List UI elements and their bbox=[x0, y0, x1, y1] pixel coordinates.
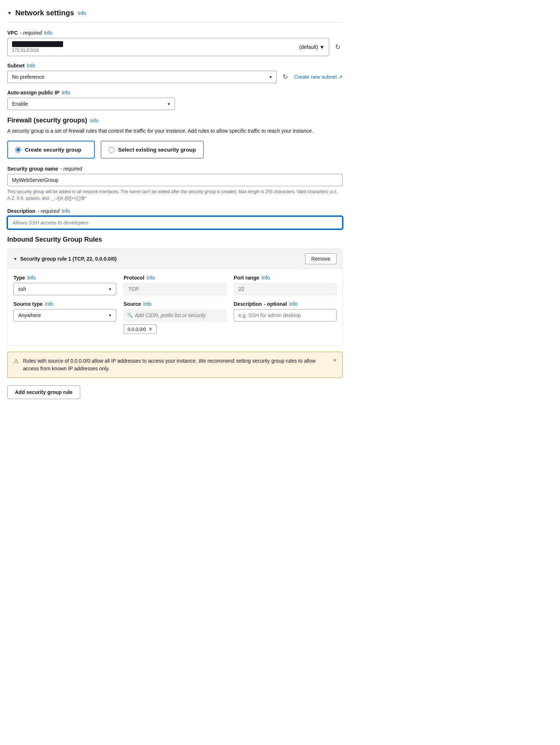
warning-banner: ⚠ Rules with source of 0.0.0.0/0 allow a… bbox=[7, 352, 343, 378]
rule-1-accordion: ▼ Security group rule 1 (TCP, 22, 0.0.0.… bbox=[7, 249, 343, 346]
auto-assign-ip-info-link[interactable]: Info bbox=[62, 90, 70, 95]
rule-description-info-link[interactable]: Info bbox=[289, 301, 298, 307]
warning-icon: ⚠ bbox=[13, 358, 19, 364]
external-link-icon: ↗ bbox=[338, 74, 343, 80]
source-type-select[interactable]: Anywhere bbox=[13, 309, 116, 321]
rule-1-row-1: Type Info ssh ▼ Protocol Info bbox=[13, 275, 337, 295]
rule-1-chevron-icon: ▼ bbox=[13, 257, 17, 261]
source-input[interactable] bbox=[124, 309, 226, 321]
rule-1-remove-button[interactable]: Remove bbox=[305, 253, 337, 264]
create-security-group-radio[interactable] bbox=[15, 147, 21, 153]
sg-name-field-group: Security group name - required This secu… bbox=[7, 166, 343, 202]
sg-description-label: Description - required Info bbox=[7, 208, 343, 214]
type-select[interactable]: ssh bbox=[13, 283, 116, 295]
create-subnet-link[interactable]: Create new subnet ↗ bbox=[294, 74, 343, 80]
section-header: ▼ Network settings Info bbox=[7, 9, 343, 23]
section-chevron-icon: ▼ bbox=[7, 11, 12, 16]
vpc-label: VPC - required Info bbox=[7, 30, 343, 36]
cidr-tag-1: 0.0.0.0/0 ✕ bbox=[124, 324, 157, 334]
type-select-wrapper: ssh ▼ bbox=[13, 283, 116, 295]
vpc-select-row: 172.31.0.0/16 (default) ▼ ↻ bbox=[7, 38, 343, 56]
rule-1-source-type-field: Source type Info Anywhere ▼ bbox=[13, 301, 116, 334]
cidr-tags: 0.0.0.0/0 ✕ bbox=[124, 324, 226, 334]
subnet-refresh-button[interactable]: ↻ bbox=[280, 71, 290, 83]
source-info-link[interactable]: Info bbox=[143, 301, 151, 307]
vpc-refresh-button[interactable]: ↻ bbox=[333, 41, 343, 53]
type-info-link[interactable]: Info bbox=[27, 275, 36, 281]
vpc-info-link[interactable]: Info bbox=[44, 30, 52, 36]
section-title: Network settings bbox=[15, 9, 74, 17]
auto-assign-ip-select[interactable]: Enable bbox=[7, 98, 175, 110]
firewall-section: Firewall (security groups) Info A securi… bbox=[7, 117, 343, 159]
rule-1-row-2: Source type Info Anywhere ▼ Source Info bbox=[13, 301, 337, 334]
sg-name-helper-text: This security group will be added to all… bbox=[7, 188, 343, 202]
sg-description-field-group: Description - required Info bbox=[7, 208, 343, 229]
rule-1-header-text: Security group rule 1 (TCP, 22, 0.0.0.0/… bbox=[20, 256, 117, 262]
vpc-name-masked bbox=[12, 41, 63, 47]
rule-1-protocol-field: Protocol Info bbox=[124, 275, 226, 295]
source-search-icon: 🔍 bbox=[127, 313, 133, 318]
add-security-group-rule-button[interactable]: Add security group rule bbox=[7, 385, 80, 399]
sg-name-input[interactable] bbox=[7, 174, 343, 186]
rule-1-optional-description-field: Description - optional Info bbox=[234, 301, 337, 334]
auto-assign-ip-select-wrapper: Enable ▼ bbox=[7, 98, 175, 110]
port-range-input bbox=[234, 283, 337, 295]
inbound-rules-title: Inbound Security Group Rules bbox=[7, 236, 343, 243]
source-type-info-link[interactable]: Info bbox=[45, 301, 53, 307]
vpc-cidr: 172.31.0.0/16 bbox=[12, 48, 63, 53]
cidr-tag-remove-button[interactable]: ✕ bbox=[148, 326, 153, 332]
create-security-group-option[interactable]: Create security group bbox=[7, 141, 95, 159]
subnet-label: Subnet Info bbox=[7, 63, 343, 69]
vpc-default-badge: (default) ▼ bbox=[299, 44, 324, 50]
rule-1-header: ▼ Security group rule 1 (TCP, 22, 0.0.0.… bbox=[8, 249, 342, 269]
rule-description-input[interactable] bbox=[234, 309, 337, 321]
warning-close-button[interactable]: × bbox=[333, 357, 337, 364]
port-range-info-link[interactable]: Info bbox=[261, 275, 270, 281]
source-type-select-wrapper: Anywhere ▼ bbox=[13, 309, 116, 321]
sg-description-input[interactable] bbox=[7, 216, 343, 229]
subnet-field-group: Subnet Info No preference ▼ ↻ Create new… bbox=[7, 63, 343, 83]
subnet-select-row: No preference ▼ ↻ Create new subnet ↗ bbox=[7, 71, 343, 83]
existing-security-group-radio[interactable] bbox=[109, 147, 114, 153]
warning-text: Rules with source of 0.0.0.0/0 allow all… bbox=[23, 357, 329, 372]
sg-name-label: Security group name - required bbox=[7, 166, 343, 172]
firewall-description: A security group is a set of firewall ru… bbox=[7, 127, 343, 135]
subnet-select[interactable]: No preference bbox=[7, 71, 277, 83]
source-input-wrapper: 🔍 bbox=[124, 309, 226, 321]
description-info-link[interactable]: Info bbox=[62, 208, 70, 214]
auto-assign-ip-field-group: Auto-assign public IP Info Enable ▼ bbox=[7, 90, 343, 110]
inbound-rules-section: Inbound Security Group Rules ▼ Security … bbox=[7, 236, 343, 399]
subnet-info-link[interactable]: Info bbox=[27, 63, 35, 69]
rule-1-port-range-field: Port range Info bbox=[234, 275, 337, 295]
rule-1-source-field: Source Info 🔍 0.0.0.0/0 ✕ bbox=[124, 301, 226, 334]
vpc-field-group: VPC - required Info 172.31.0.0/16 (defau… bbox=[7, 30, 343, 56]
vpc-select[interactable]: 172.31.0.0/16 (default) ▼ bbox=[7, 38, 329, 56]
firewall-info-link[interactable]: Info bbox=[90, 118, 98, 124]
protocol-input bbox=[124, 283, 226, 295]
firewall-title: Firewall (security groups) Info bbox=[7, 117, 343, 124]
existing-security-group-option[interactable]: Select existing security group bbox=[101, 141, 204, 159]
firewall-radio-group: Create security group Select existing se… bbox=[7, 141, 343, 159]
rule-1-body: Type Info ssh ▼ Protocol Info bbox=[8, 269, 342, 346]
auto-assign-ip-label: Auto-assign public IP Info bbox=[7, 90, 343, 95]
protocol-info-link[interactable]: Info bbox=[147, 275, 155, 281]
section-info-link[interactable]: Info bbox=[78, 10, 86, 16]
rule-1-type-field: Type Info ssh ▼ bbox=[13, 275, 116, 295]
subnet-select-wrapper: No preference ▼ bbox=[7, 71, 277, 83]
